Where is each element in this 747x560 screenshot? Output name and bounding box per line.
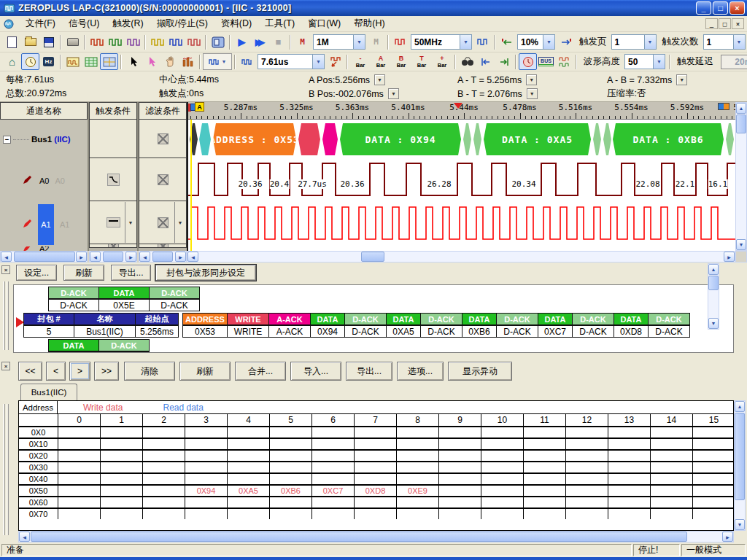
a-bar-button[interactable]: ABar xyxy=(371,53,391,70)
trigger-cell-a2[interactable] xyxy=(89,244,137,248)
trigger-pulse-icon[interactable] xyxy=(166,34,185,50)
waveform-display[interactable]: 5.287ms5.325ms5.363ms5.401ms5.44ms5.478m… xyxy=(187,102,735,251)
hand-tool-icon[interactable] xyxy=(160,53,179,70)
select-cursor-icon[interactable] xyxy=(124,53,142,70)
trigger-count-combo-arrow[interactable]: ▼ xyxy=(733,35,745,49)
packet-panel-close-icon[interactable]: × xyxy=(1,265,10,274)
show-changes-button[interactable]: 显示异动 xyxy=(448,362,512,381)
trigger-page-combo[interactable]: 1▼ xyxy=(611,34,657,50)
doc-restore-icon[interactable]: □ xyxy=(719,18,731,29)
b-bar-button[interactable]: BBar xyxy=(391,53,411,70)
trigger-pos-left-icon[interactable] xyxy=(498,34,516,50)
packet-refresh-button[interactable]: 刷新 xyxy=(63,265,104,281)
scroll-up-icon[interactable]: ▲ xyxy=(708,264,719,275)
packet-export-button[interactable]: 导出... xyxy=(111,265,151,281)
waveform-edit-icon[interactable] xyxy=(124,34,142,50)
next-page-button[interactable]: > xyxy=(69,362,90,381)
clear-button[interactable]: 清除 xyxy=(124,362,175,381)
menu-item-8[interactable]: 帮助(H) xyxy=(347,17,391,30)
trigger-pos-right-icon[interactable] xyxy=(557,34,575,50)
add-bar-button[interactable]: +Bar xyxy=(432,53,452,70)
bus-decode-icon[interactable]: BUS xyxy=(537,53,555,70)
minimize-button[interactable]: _ xyxy=(696,1,711,15)
menu-item-6[interactable]: 工具(T) xyxy=(258,17,301,30)
frequency-icon[interactable]: Hz xyxy=(39,53,58,70)
info-drop-button[interactable]: ▼ xyxy=(527,88,538,99)
scroll-up-icon[interactable]: ▲ xyxy=(736,103,746,114)
trigger-position-marker[interactable] xyxy=(454,103,462,109)
menu-item-2[interactable]: 信号(U) xyxy=(62,17,106,30)
scroll-right-icon[interactable]: ▶ xyxy=(722,532,733,542)
waveform-mode-combo[interactable]: ▼ xyxy=(203,53,232,70)
trigger-mark-icon[interactable] xyxy=(148,34,166,50)
import-button[interactable]: 导入... xyxy=(290,362,341,381)
filter-cell-a0[interactable] xyxy=(139,158,187,201)
scrollbar-thumb[interactable] xyxy=(361,252,384,262)
goto-right-icon[interactable] xyxy=(495,53,513,70)
a-bar-cursor-line[interactable] xyxy=(190,120,192,251)
zoom-scale-combo-arrow[interactable]: ▼ xyxy=(312,55,324,69)
run-button[interactable]: ▶ xyxy=(233,34,251,50)
h-scrollbar-2[interactable]: ◀▶ xyxy=(89,251,137,262)
table-horizontal-scrollbar[interactable]: ◀ ▶ xyxy=(18,531,734,542)
scroll-right-icon[interactable]: ▶ xyxy=(175,252,186,262)
trigger-level-combo-arrow[interactable]: ▼ xyxy=(543,35,554,49)
scroll-left-icon[interactable]: ◀ xyxy=(187,252,198,262)
stop-button[interactable]: ■ xyxy=(269,34,287,50)
scroll-up-icon[interactable]: ▲ xyxy=(735,401,745,412)
noise-filter-icon[interactable] xyxy=(555,53,573,70)
sample-rate-blue-icon[interactable] xyxy=(473,34,492,50)
options-button[interactable]: 选项... xyxy=(397,362,444,381)
merge-button[interactable]: 合并... xyxy=(235,362,286,381)
find-icon[interactable] xyxy=(458,53,476,70)
restore-button[interactable]: □ xyxy=(713,1,728,15)
statistics-icon[interactable] xyxy=(179,53,197,70)
memory-depth-icon[interactable]: M xyxy=(293,34,311,50)
scroll-right-icon[interactable]: ▶ xyxy=(724,252,735,262)
realtime-clock-icon[interactable] xyxy=(519,53,537,70)
memory-depth-combo[interactable]: 1M▼ xyxy=(313,34,365,50)
trigger-count-combo[interactable]: 1▼ xyxy=(703,34,746,50)
menu-item-5[interactable]: 资料(D) xyxy=(214,17,258,30)
scroll-left-icon[interactable]: ◀ xyxy=(19,532,30,542)
prev-page-button[interactable]: < xyxy=(46,362,66,381)
h-scrollbar-3[interactable]: ◀▶ xyxy=(139,251,187,262)
trigger-page-combo-arrow[interactable]: ▼ xyxy=(644,35,656,49)
waveform-analyzer-icon[interactable] xyxy=(106,34,124,50)
channel-row-a0[interactable]: A0 A0 xyxy=(0,159,88,203)
scrollbar-thumb[interactable] xyxy=(152,252,173,262)
filter-cell-bus1[interactable] xyxy=(139,119,187,158)
trigger-level-combo[interactable]: 10%▼ xyxy=(517,34,555,50)
nav-panel-close-icon[interactable]: × xyxy=(1,362,10,370)
trigger-cell-bus1[interactable] xyxy=(89,119,137,158)
h-scrollbar-4[interactable]: ◀▶ xyxy=(187,251,735,262)
scroll-right-icon[interactable]: ▶ xyxy=(76,252,87,262)
refresh-button[interactable]: 刷新 xyxy=(179,362,231,381)
zoom-scale-combo[interactable]: 7.61us▼ xyxy=(258,54,325,69)
wave-height-combo-arrow[interactable]: ▼ xyxy=(653,55,665,69)
clock-icon[interactable] xyxy=(21,53,39,70)
menu-item-3[interactable]: 触发(R) xyxy=(106,17,150,30)
scroll-left-icon[interactable]: ◀ xyxy=(1,252,12,262)
table-vertical-scrollbar[interactable]: ▲ ▼ xyxy=(734,400,746,531)
collapse-icon[interactable]: − xyxy=(3,136,11,144)
trigger-cell-a1[interactable]: ▼ xyxy=(89,201,137,244)
goto-left-icon[interactable] xyxy=(476,53,495,70)
memory-depth-gray-icon[interactable]: M xyxy=(367,34,385,50)
multi-cursor-icon[interactable] xyxy=(142,53,160,70)
listing-window-icon[interactable] xyxy=(82,53,100,70)
channel-label-selected[interactable]: A1 xyxy=(38,204,54,245)
print-icon[interactable] xyxy=(63,34,82,50)
wave-height-combo[interactable]: 50▼ xyxy=(624,54,665,69)
packet-settings-button[interactable]: 设定... xyxy=(16,265,57,281)
sample-rate-combo-arrow[interactable]: ▼ xyxy=(460,35,471,49)
info-drop-button[interactable]: ▼ xyxy=(374,74,385,85)
info-drop-button[interactable]: ▼ xyxy=(676,74,687,85)
scrollbar-thumb[interactable] xyxy=(14,252,75,262)
info-drop-button[interactable]: ▼ xyxy=(388,88,399,99)
filter-dropdown-arrow[interactable]: ▼ xyxy=(174,202,185,243)
waveform-capture-icon[interactable] xyxy=(88,34,106,50)
scrollbar-thumb[interactable] xyxy=(708,276,719,290)
scroll-left-icon[interactable]: ◀ xyxy=(139,252,150,262)
a-bar-marker[interactable]: A xyxy=(195,102,204,112)
